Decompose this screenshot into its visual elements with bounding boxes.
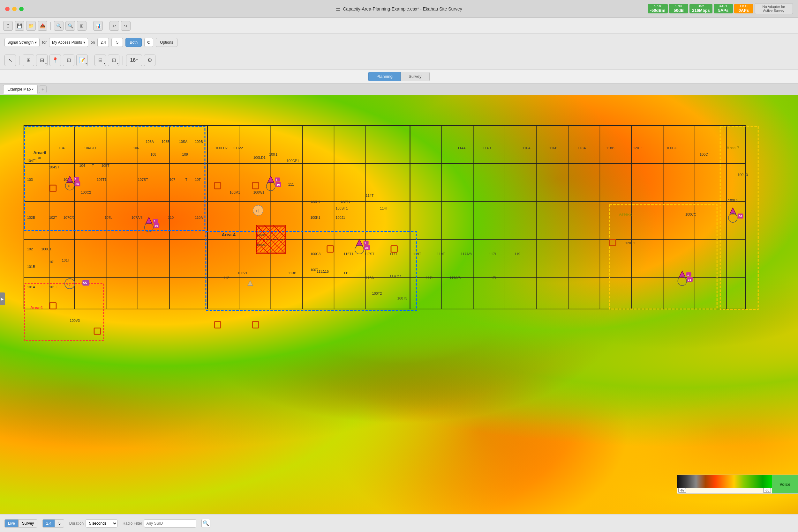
open-button[interactable]: 📁: [26, 21, 36, 31]
access-points-dropdown[interactable]: My Access Points ▾: [49, 38, 88, 47]
place-ap-icon: 📍: [52, 57, 58, 63]
chart-button[interactable]: 📊: [93, 21, 103, 31]
copy-ap-button[interactable]: ⊡: [63, 55, 74, 66]
svg-text:1: 1: [75, 178, 76, 181]
svg-text:108B: 108B: [162, 140, 169, 144]
svg-text:107T1: 107T1: [97, 178, 107, 182]
minimize-button[interactable]: [12, 7, 17, 11]
close-button[interactable]: [5, 7, 10, 11]
svg-text:100T2: 100T2: [372, 291, 382, 295]
legend-marker-80: -80: [763, 488, 771, 493]
svg-text:Area-7: Area-7: [726, 146, 739, 150]
channel-number: 2.4: [97, 38, 109, 47]
ap-settings-button[interactable]: ⚙: [144, 55, 156, 66]
add-map-tab-button[interactable]: +: [39, 86, 47, 93]
svg-text:117A/8: 117A/8: [460, 252, 472, 256]
save-button[interactable]: 💾: [15, 21, 24, 31]
new-button[interactable]: 🗋: [3, 21, 13, 31]
zoom-in-button[interactable]: 🔍: [54, 21, 64, 31]
export-button[interactable]: 📤: [38, 21, 47, 31]
svg-rect-183: [50, 303, 56, 309]
ap-count-16[interactable]: 16 ¹¹: [126, 55, 142, 66]
radio-filter-input[interactable]: [144, 519, 196, 528]
note-button[interactable]: 📝 ▾: [76, 55, 88, 66]
svg-rect-179: [253, 183, 259, 189]
options-button[interactable]: Options: [156, 38, 177, 47]
file-toolbar: 🗋 💾 📁 📤 🔍 🔍 ⊞ 📊 ↩ ↪: [0, 18, 798, 34]
svg-rect-181: [253, 322, 259, 328]
ap-toolbar: ↖ ⊞ ⊟ ▾ 📍 ⊡ 📝 ▾ ⊟ ▾ ⊡ ▾ 16 ¹¹ ⚙: [0, 51, 798, 70]
no-adapter-badge: No Adapter for Active Survey: [755, 3, 793, 14]
live-button[interactable]: Live: [4, 519, 19, 528]
signal-type-dropdown[interactable]: Signal Strength ▾: [4, 38, 40, 47]
svg-text:100CC: 100CC: [667, 146, 677, 150]
svg-marker-146: [146, 217, 152, 224]
svg-marker-170: [730, 208, 736, 214]
zoom-out-button[interactable]: 🔍: [66, 21, 75, 31]
svg-rect-11: [207, 126, 410, 309]
svg-text:100CP1: 100CP1: [287, 159, 299, 163]
svg-text:1: 1: [364, 242, 366, 245]
cursor-tool-button[interactable]: ↖: [4, 55, 16, 66]
note-icon: 📝: [79, 57, 85, 63]
ap-dropdown-arrow-icon: ▾: [83, 40, 85, 45]
aps-badge: #APs 5APs: [714, 4, 733, 13]
undo-button[interactable]: ↩: [109, 21, 119, 31]
refresh-button[interactable]: ↻: [144, 38, 153, 47]
svg-text:100CC: 100CC: [685, 212, 696, 216]
svg-text:36: 36: [365, 246, 369, 249]
voice-label: Voice: [772, 475, 798, 493]
cho-badge: Ch.O 0APs: [734, 4, 753, 13]
both-button[interactable]: Both: [125, 38, 142, 47]
survey-mode-button[interactable]: Survey: [19, 519, 37, 528]
area-button[interactable]: ⊡ ▾: [108, 55, 120, 66]
multi-ap-button[interactable]: ⊟ ▾: [36, 55, 48, 66]
svg-text:1: 1: [154, 220, 156, 223]
svg-text:119T: 119T: [413, 252, 421, 256]
svg-text:104: 104: [79, 164, 85, 168]
svg-text:36: 36: [155, 224, 158, 227]
redo-button[interactable]: ↪: [121, 21, 130, 31]
live-survey-toggle: Live Survey: [4, 519, 37, 528]
svg-marker-158: [356, 240, 363, 246]
left-panel-collapse[interactable]: ▶: [0, 292, 5, 305]
example-map-tab[interactable]: Example Map ▾: [3, 85, 38, 94]
ap-separator-2: [91, 56, 91, 65]
survey-button[interactable]: Survey: [401, 72, 429, 81]
svg-text:108A: 108A: [146, 140, 154, 144]
band-24-button[interactable]: 2.4: [42, 519, 55, 528]
duration-dropdown[interactable]: 5 seconds: [86, 519, 117, 528]
svg-text:117L: 117L: [489, 276, 497, 280]
svg-text:117T: 117T: [389, 252, 397, 256]
svg-text:102B: 102B: [27, 215, 35, 220]
channel-count: 5: [111, 38, 123, 47]
planning-button[interactable]: Planning: [368, 72, 401, 81]
svg-text:100V1: 100V1: [237, 271, 248, 275]
zoom-fit-button[interactable]: ⊞: [77, 21, 87, 31]
svg-text:109: 109: [182, 152, 188, 156]
zoom-button[interactable]: 🔍: [201, 519, 210, 528]
ap-separator-3: [123, 56, 123, 65]
svg-marker-152: [268, 176, 274, 183]
svg-text:36: 36: [688, 278, 692, 281]
band-5-button[interactable]: 5: [55, 519, 64, 528]
svg-text:36: 36: [75, 182, 79, 186]
svg-text:101: 101: [49, 260, 55, 264]
maximize-button[interactable]: [19, 7, 24, 11]
svg-text:Area-6: Area-6: [34, 150, 46, 155]
area-arrow-icon: ▾: [117, 62, 119, 65]
svg-text:101B: 101B: [27, 265, 35, 269]
svg-text:( ): ( ): [67, 282, 70, 286]
single-ap-button[interactable]: ⊞: [23, 55, 34, 66]
svg-text:108: 108: [150, 152, 156, 156]
svg-text:109B: 109B: [195, 140, 203, 144]
zoom-icon: 🔍: [203, 520, 209, 526]
place-ap-button[interactable]: 📍: [50, 55, 61, 66]
multi-ap-arrow: ▾: [45, 62, 47, 65]
map-container[interactable]: ▶ Example Map ▾ +: [0, 83, 798, 514]
svg-text:1: 1: [275, 152, 277, 156]
svg-text:100V2: 100V2: [233, 146, 243, 150]
plan-survey-bar: Planning Survey: [0, 70, 798, 83]
wall-button[interactable]: ⊟ ▾: [94, 55, 106, 66]
svg-text:107ST: 107ST: [138, 178, 148, 182]
